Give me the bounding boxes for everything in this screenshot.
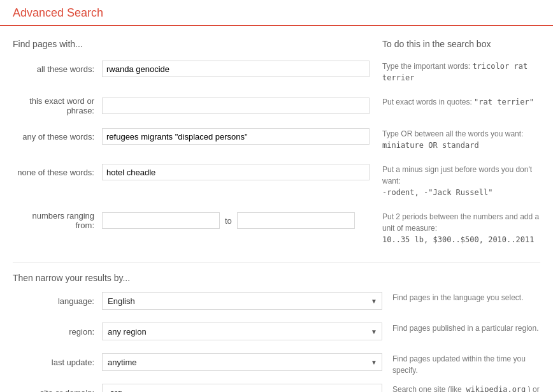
range-hint: Put 2 periods between the numbers and ad… <box>382 211 540 245</box>
any-words-label: any of these words: <box>13 132 102 142</box>
range-to-label: to <box>225 216 232 226</box>
none-words-label: none of these words: <box>13 168 102 177</box>
range-to-input[interactable] <box>237 212 355 229</box>
last-update-hint: Find pages updated within the time you s… <box>382 353 540 376</box>
all-words-input[interactable] <box>102 61 370 77</box>
all-words-label: all these words: <box>13 64 102 74</box>
none-words-input[interactable] <box>102 164 370 180</box>
narrow-section-heading: Then narrow your results by... <box>13 273 540 283</box>
last-update-label: last update: <box>13 358 102 367</box>
language-label: language: <box>13 296 102 306</box>
range-from-input[interactable] <box>102 212 220 229</box>
language-hint: Find pages in the language you select. <box>382 292 540 303</box>
exact-phrase-input[interactable] <box>102 98 370 114</box>
hint-section-heading: To do this in the search box <box>382 39 540 49</box>
exact-phrase-hint: Put exact words in quotes: "rat terrier" <box>382 96 540 108</box>
any-words-hint: Type OR between all the words you want: … <box>382 128 540 151</box>
page-title: Advanced Search <box>13 6 103 19</box>
region-select[interactable]: any region United States United Kingdom <box>102 323 382 340</box>
range-label: numbers ranging from: <box>13 211 102 230</box>
any-words-input[interactable] <box>102 128 370 145</box>
site-domain-label: site or domain: <box>13 388 102 393</box>
exact-phrase-label: this exact word or phrase: <box>13 96 102 115</box>
region-hint: Find pages published in a particular reg… <box>382 323 540 334</box>
site-domain-input[interactable] <box>102 384 382 392</box>
none-words-hint: Put a minus sign just before words you d… <box>382 164 540 198</box>
find-section-heading: Find pages with... <box>13 39 370 49</box>
language-select-wrap: any language English Afrikaans Arabic ▼ <box>102 292 382 310</box>
site-domain-hint: Search one site (like wikipedia.org ) or… <box>382 384 540 392</box>
all-words-hint: Type the important words: tricolor rat t… <box>382 61 540 83</box>
region-label: region: <box>13 327 102 337</box>
region-select-wrap: any region United States United Kingdom … <box>102 323 382 340</box>
last-update-select[interactable]: anytime past 24 hours past week past mon… <box>102 353 382 371</box>
last-update-select-wrap: anytime past 24 hours past week past mon… <box>102 353 382 371</box>
language-select[interactable]: any language English Afrikaans Arabic <box>102 292 382 310</box>
